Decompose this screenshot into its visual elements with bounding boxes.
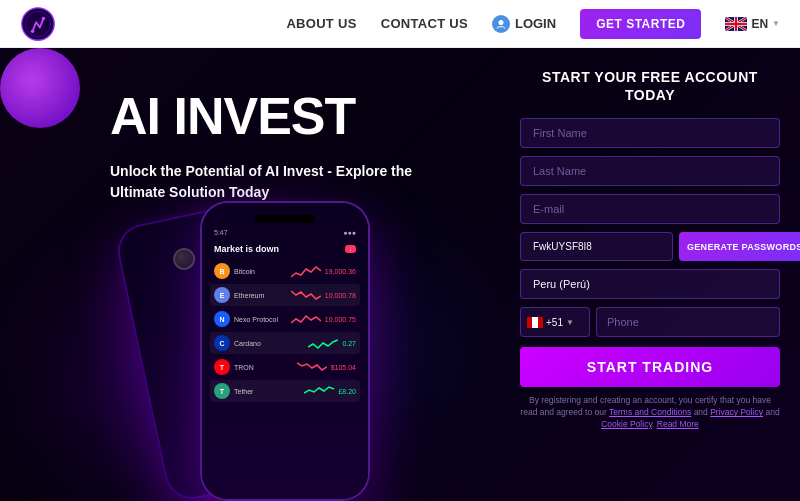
market-header: Market is down ↓ [210,242,360,256]
nav-contact-us[interactable]: CONTACT US [381,16,468,31]
crypto-price: 10,000.75 [325,316,356,323]
svg-point-4 [498,20,503,25]
email-input[interactable] [520,194,780,224]
camera-lens-1 [171,246,197,272]
uk-flag-icon [725,17,747,31]
start-trading-button[interactable]: START TRADING [520,347,780,387]
first-name-input[interactable] [520,118,780,148]
crypto-name: Bitcoin [234,268,287,275]
tether-icon: T [214,383,230,399]
crypto-chart [297,359,327,375]
phone-screen: 5:47 ●●● Market is down ↓ B Bitcoin 19,0… [202,203,368,499]
phone-signal: ●●● [343,229,356,236]
crypto-chart [308,335,338,351]
decorative-sphere [0,48,80,128]
hero-title: AI INVEST [110,88,480,145]
terms-link[interactable]: Terms and Conditions [609,407,691,417]
market-badge: ↓ [345,245,356,253]
login-label: LOGIN [515,16,556,31]
cookie-link[interactable]: Cookie Policy [601,419,652,429]
header: ABOUT US CONTACT US LOGIN GET STARTED EN… [0,0,800,48]
crypto-name: Tether [234,388,300,395]
login-icon [492,15,510,33]
bitcoin-icon: B [214,263,230,279]
generate-passwords-button[interactable]: GENERATE PASSWORDS [679,232,800,261]
cardano-icon: C [214,335,230,351]
peru-flag-icon [527,317,543,328]
crypto-price: £8.20 [338,388,356,395]
crypto-row: E Ethereum 10,000.78 [210,284,360,306]
registration-form: START YOUR FREE ACCOUNT TODAY GENERATE P… [520,68,780,431]
phone-main: 5:47 ●●● Market is down ↓ B Bitcoin 19,0… [200,201,370,501]
crypto-row: T Tether £8.20 [210,380,360,402]
crypto-chart [304,383,334,399]
chevron-down-icon: ▼ [772,19,780,28]
svg-point-3 [42,16,46,20]
phone-row: +51 ▼ [520,307,780,337]
main-section: AI INVEST Unlock the Potential of AI Inv… [0,48,800,501]
left-content: AI INVEST Unlock the Potential of AI Inv… [80,48,500,501]
crypto-row: N Nexo Protocol 10,000.75 [210,308,360,330]
chevron-down-icon: ▼ [566,318,574,327]
phone-status-bar: 5:47 ●●● [210,229,360,236]
country-code-selector[interactable]: +51 ▼ [520,307,590,337]
crypto-row: B Bitcoin 19,000.36 [210,260,360,282]
phone-input[interactable] [596,307,780,337]
country-code-label: +51 [546,317,563,328]
crypto-chart [291,263,321,279]
phone-container: 5:47 ●●● Market is down ↓ B Bitcoin 19,0… [120,181,440,501]
country-input[interactable] [520,269,780,299]
login-link[interactable]: LOGIN [492,15,556,33]
crypto-price: 0.27 [342,340,356,347]
password-row: GENERATE PASSWORDS [520,232,780,261]
privacy-link[interactable]: Privacy Policy [710,407,763,417]
get-started-button[interactable]: GET STARTED [580,9,701,39]
crypto-name: Nexo Protocol [234,316,287,323]
crypto-name: Cardano [234,340,304,347]
read-more-link[interactable]: Read More [657,419,699,429]
form-title: START YOUR FREE ACCOUNT TODAY [520,68,780,104]
lang-label: EN [751,17,768,31]
nexo-icon: N [214,311,230,327]
ethereum-icon: E [214,287,230,303]
crypto-chart [291,287,321,303]
crypto-row: T TRON $105.04 [210,356,360,378]
phone-time: 5:47 [214,229,228,236]
crypto-name: Ethereum [234,292,287,299]
crypto-row: C Cardano 0.27 [210,332,360,354]
nav-links: ABOUT US CONTACT US LOGIN GET STARTED EN… [286,9,780,39]
logo-icon [20,6,56,42]
crypto-price: 19,000.36 [325,268,356,275]
crypto-price: $105.04 [331,364,356,371]
phone-notch [255,215,315,223]
crypto-chart [291,311,321,327]
crypto-price: 10,000.78 [325,292,356,299]
logo-area [20,6,56,42]
crypto-name: TRON [234,364,293,371]
market-title: Market is down [214,244,279,254]
svg-point-2 [31,29,35,33]
tron-icon: T [214,359,230,375]
lang-selector[interactable]: EN ▼ [725,17,780,31]
disclaimer-text: By registering and creating an account, … [520,395,780,431]
last-name-input[interactable] [520,156,780,186]
password-input[interactable] [520,232,673,261]
nav-about-us[interactable]: ABOUT US [286,16,356,31]
